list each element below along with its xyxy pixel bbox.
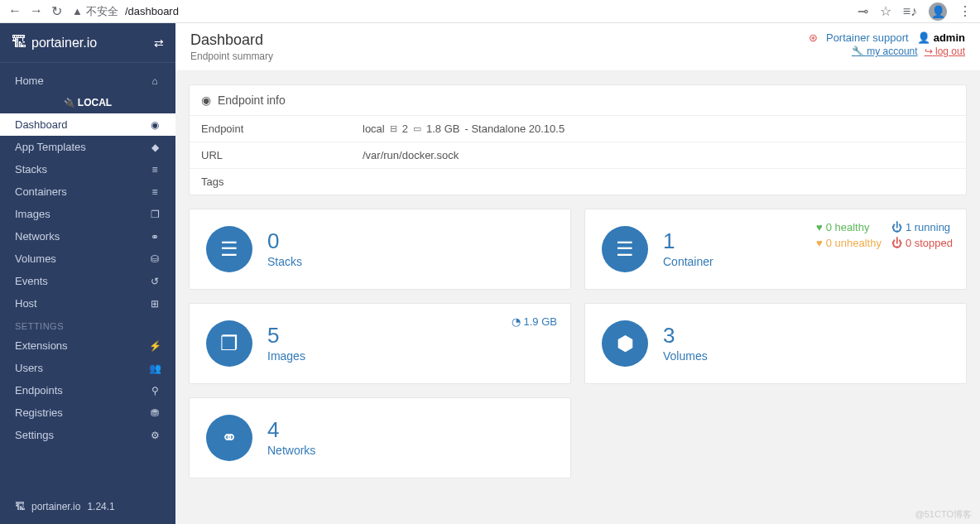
user-display: 👤admin bbox=[917, 31, 965, 44]
address-bar[interactable]: ▲ 不安全 /dashboard bbox=[72, 4, 848, 19]
cpu-icon: ⊟ bbox=[390, 123, 397, 134]
user-icon: 👤 bbox=[917, 31, 930, 44]
signout-icon: ↪ bbox=[925, 46, 933, 57]
url-row: URL /var/run/docker.sock bbox=[190, 142, 966, 169]
sidebar-item-containers[interactable]: Containers≡ bbox=[0, 180, 175, 203]
tile-images[interactable]: ❐ 5 Images ◔1.9 GB bbox=[189, 303, 571, 384]
tile-stacks[interactable]: ☰ 0 Stacks bbox=[189, 209, 571, 290]
container-status: ♥0 healthy ⏻1 running ♥0 unhealthy ⏻0 st… bbox=[816, 221, 953, 249]
power-icon: ⏻ bbox=[891, 237, 902, 249]
heartbeat-icon: ♥ bbox=[816, 221, 823, 233]
server-icon: ☰ bbox=[602, 226, 648, 272]
star-icon[interactable]: ☆ bbox=[880, 3, 891, 19]
panel-title: Endpoint info bbox=[218, 94, 286, 107]
watermark: @51CTO博客 bbox=[915, 508, 972, 521]
crane-icon: 🏗 bbox=[12, 34, 26, 51]
sidebar-item-app-templates[interactable]: App Templates◆ bbox=[0, 136, 175, 158]
sitemap-icon: ⚭ bbox=[149, 231, 161, 243]
logo[interactable]: 🏗portainer.io bbox=[12, 34, 97, 51]
page-title: Dashboard bbox=[190, 31, 273, 49]
url-text: /dashboard bbox=[125, 5, 179, 17]
plug-icon: ⚲ bbox=[149, 385, 161, 397]
sidebar-item-stacks[interactable]: Stacks≡ bbox=[0, 158, 175, 180]
lifering-icon: ⊛ bbox=[809, 31, 818, 44]
template-icon: ◆ bbox=[149, 142, 161, 153]
sidebar: 🏗portainer.io ⇄ Home⌂ LOCAL Dashboard◉ A… bbox=[0, 23, 175, 524]
clone-icon: ❐ bbox=[206, 320, 252, 367]
tile-containers[interactable]: ☰ 1 Container ♥0 healthy ⏻1 running ♥0 u… bbox=[584, 209, 967, 290]
swap-icon[interactable]: ⇄ bbox=[154, 36, 164, 50]
sidebar-item-networks[interactable]: Networks⚭ bbox=[0, 225, 175, 248]
tile-volumes[interactable]: ⬢ 3 Volumes bbox=[584, 303, 967, 384]
playlist-icon[interactable]: ≡♪ bbox=[903, 4, 917, 19]
bolt-icon: ⚡ bbox=[149, 340, 161, 352]
my-account-link[interactable]: 🔧 my account bbox=[852, 46, 918, 57]
browser-toolbar: ← → ↻ ▲ 不安全 /dashboard ⊸ ☆ ≡♪ 👤 ⋮ bbox=[0, 0, 980, 23]
cogs-icon: ⚙ bbox=[149, 430, 161, 441]
sidebar-item-registries[interactable]: Registries⛃ bbox=[0, 401, 175, 424]
th-icon: ⊞ bbox=[149, 298, 161, 310]
page-subtitle: Endpoint summary bbox=[190, 50, 273, 62]
crane-icon: 🏗 bbox=[15, 501, 25, 512]
sidebar-section-settings: SETTINGS bbox=[0, 315, 175, 334]
sidebar-item-extensions[interactable]: Extensions⚡ bbox=[0, 334, 175, 357]
database-icon: ⛃ bbox=[149, 407, 161, 419]
pie-icon: ◔ bbox=[512, 315, 521, 328]
sidebar-item-home[interactable]: Home⌂ bbox=[0, 70, 175, 92]
power-icon: ⏻ bbox=[891, 221, 902, 233]
sidebar-item-endpoints[interactable]: Endpoints⚲ bbox=[0, 379, 175, 401]
key-icon[interactable]: ⊸ bbox=[858, 3, 868, 19]
memory-icon: ▭ bbox=[413, 123, 421, 134]
tachometer-icon: ◉ bbox=[149, 119, 161, 131]
clone-icon: ❐ bbox=[149, 209, 161, 220]
reload-button[interactable]: ↻ bbox=[51, 3, 62, 19]
sidebar-item-events[interactable]: Events↺ bbox=[0, 270, 175, 292]
back-button[interactable]: ← bbox=[8, 3, 22, 19]
tachometer-icon: ◉ bbox=[201, 94, 211, 107]
list-icon: ≡ bbox=[149, 164, 161, 175]
th-list-icon: ☰ bbox=[206, 226, 252, 272]
list-icon: ≡ bbox=[149, 186, 161, 198]
sidebar-footer: 🏗 portainer.io 1.24.1 bbox=[0, 489, 175, 524]
sidebar-item-settings[interactable]: Settings⚙ bbox=[0, 424, 175, 446]
sidebar-item-images[interactable]: Images❐ bbox=[0, 203, 175, 225]
users-icon: 👥 bbox=[149, 363, 161, 374]
sidebar-group-local: LOCAL bbox=[0, 92, 175, 113]
menu-icon[interactable]: ⋮ bbox=[958, 3, 972, 19]
images-size: ◔1.9 GB bbox=[512, 315, 557, 328]
logout-link[interactable]: ↪ log out bbox=[925, 46, 965, 57]
wrench-icon: 🔧 bbox=[852, 46, 864, 57]
home-icon: ⌂ bbox=[149, 75, 161, 87]
sidebar-item-users[interactable]: Users👥 bbox=[0, 357, 175, 379]
heartbeat-icon: ♥ bbox=[816, 237, 823, 249]
forward-button[interactable]: → bbox=[30, 3, 43, 19]
cubes-icon: ⬢ bbox=[602, 320, 648, 367]
hdd-icon: ⛁ bbox=[149, 253, 161, 265]
endpoint-row: Endpoint local ⊟2 ▭1.8 GB - Standalone 2… bbox=[190, 116, 966, 142]
sidebar-item-volumes[interactable]: Volumes⛁ bbox=[0, 248, 175, 270]
sidebar-item-host[interactable]: Host⊞ bbox=[0, 292, 175, 315]
page-header: Dashboard Endpoint summary ⊛ Portainer s… bbox=[175, 23, 980, 71]
sidebar-item-dashboard[interactable]: Dashboard◉ bbox=[0, 113, 175, 136]
security-warning-icon: ▲ 不安全 bbox=[72, 4, 118, 19]
profile-avatar[interactable]: 👤 bbox=[929, 2, 947, 21]
history-icon: ↺ bbox=[149, 276, 161, 287]
sitemap-icon: ⚭ bbox=[206, 415, 252, 461]
endpoint-info-panel: ◉Endpoint info Endpoint local ⊟2 ▭1.8 GB… bbox=[189, 84, 967, 195]
tile-networks[interactable]: ⚭ 4 Networks bbox=[189, 397, 571, 478]
main-content: Dashboard Endpoint summary ⊛ Portainer s… bbox=[175, 23, 980, 524]
support-link[interactable]: Portainer support bbox=[826, 31, 909, 44]
tags-row: Tags bbox=[190, 169, 966, 195]
